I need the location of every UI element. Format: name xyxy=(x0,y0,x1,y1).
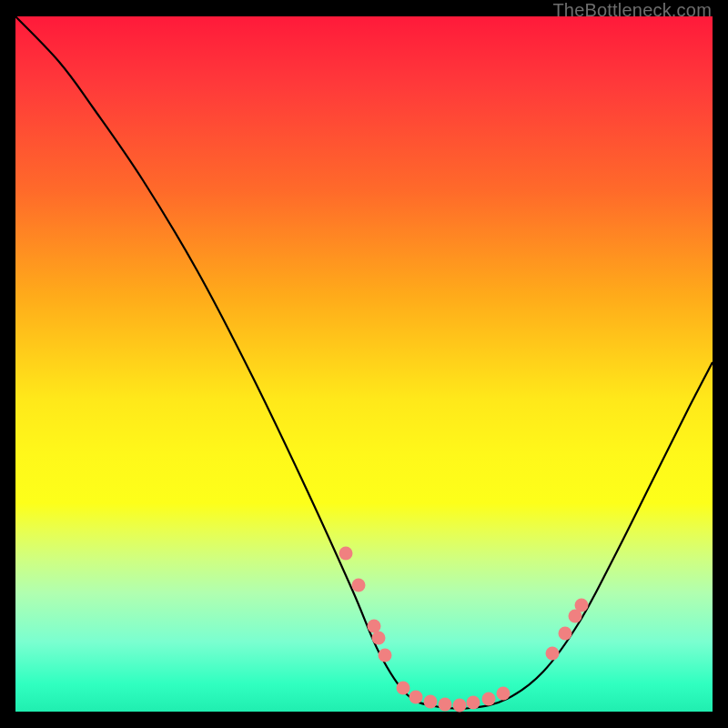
chart-frame: TheBottleneck.com xyxy=(0,0,728,728)
curve-marker xyxy=(397,682,410,695)
bottleneck-curve xyxy=(15,16,713,709)
curve-marker xyxy=(410,691,423,704)
curve-marker xyxy=(339,547,353,561)
curve-marker xyxy=(439,698,452,712)
attribution-label: TheBottleneck.com xyxy=(552,0,712,21)
curve-marker xyxy=(482,693,496,706)
curve-marker xyxy=(575,599,589,612)
curve-marker xyxy=(559,627,572,641)
curve-marker xyxy=(453,699,467,713)
curve-marker xyxy=(424,695,438,709)
curve-marker xyxy=(368,620,381,633)
curve-marker xyxy=(379,649,392,662)
curve-marker xyxy=(352,579,366,592)
chart-svg xyxy=(15,16,713,712)
curve-marker xyxy=(467,696,480,710)
curve-marker xyxy=(497,687,511,701)
curve-marker xyxy=(372,632,386,645)
curve-markers xyxy=(339,547,589,713)
curve-marker xyxy=(546,647,560,661)
